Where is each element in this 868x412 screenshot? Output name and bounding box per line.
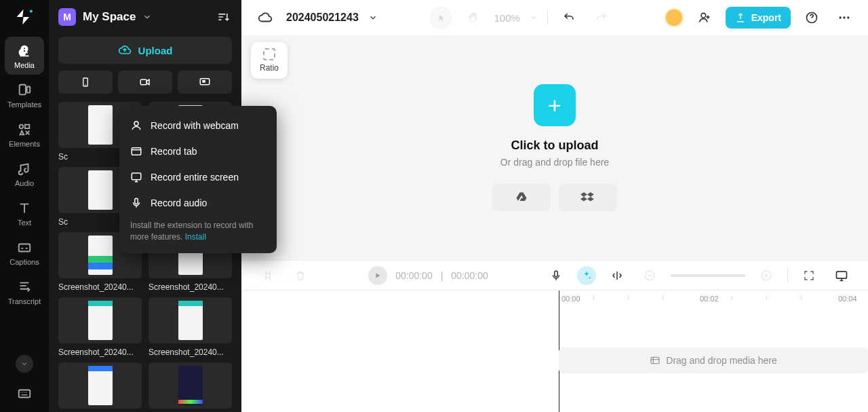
nav-text[interactable]: Text — [5, 194, 44, 232]
record-tab[interactable]: Record tab — [119, 138, 277, 164]
cursor-tool-button[interactable] — [429, 6, 452, 29]
ruler-tick: 00:02 — [700, 295, 719, 303]
record-note: Install the extension to record with mor… — [119, 216, 277, 244]
zoom-level[interactable]: 100% — [494, 12, 520, 24]
ratio-button[interactable]: Ratio — [251, 42, 288, 79]
svg-point-19 — [843, 16, 845, 18]
timecode-total: 00:00:00 — [451, 270, 488, 281]
nav-label: Elements — [9, 140, 40, 148]
record-audio[interactable]: Record audio — [119, 190, 277, 216]
media-item[interactable] — [58, 362, 142, 412]
svg-rect-9 — [140, 79, 146, 85]
hand-tool-button[interactable] — [462, 6, 485, 29]
svg-point-18 — [840, 16, 842, 18]
upload-label: Upload — [138, 45, 173, 56]
svg-rect-15 — [135, 198, 138, 204]
record-popover: Record with webcam Record tab Record ent… — [119, 106, 277, 253]
app-logo[interactable] — [10, 7, 39, 27]
zoom-slider[interactable] — [671, 274, 745, 277]
ratio-icon — [263, 48, 275, 60]
source-phone[interactable] — [58, 71, 113, 94]
fit-button[interactable] — [797, 264, 821, 287]
svg-point-20 — [847, 16, 849, 18]
svg-rect-25 — [651, 357, 659, 363]
source-dropbox[interactable] — [559, 184, 617, 211]
more-menu-button[interactable] — [833, 6, 856, 29]
canvas: Ratio + Click to upload Or drag and drop… — [241, 35, 868, 260]
svg-point-16 — [701, 13, 706, 18]
dropzone[interactable]: + Click to upload Or drag and drop file … — [492, 84, 617, 211]
svg-rect-5 — [19, 244, 31, 252]
svg-rect-21 — [555, 271, 558, 276]
zoom-out-button[interactable] — [638, 264, 661, 287]
media-item[interactable] — [149, 362, 232, 412]
svg-point-0 — [30, 10, 33, 12]
media-item[interactable]: Screenshot_20240... — [149, 297, 232, 357]
nav-audio[interactable]: Audio — [5, 155, 44, 193]
nav-captions[interactable]: Captions — [5, 233, 44, 271]
project-name[interactable]: 202405021243 — [286, 12, 359, 24]
undo-button[interactable] — [557, 6, 580, 29]
nav-transcript[interactable]: Transcript — [5, 273, 44, 311]
svg-rect-11 — [202, 80, 205, 83]
timeline-dropzone[interactable]: Drag and drop media here — [559, 348, 868, 373]
space-chevron-icon[interactable] — [142, 12, 152, 22]
mic-button[interactable] — [545, 264, 568, 287]
present-button[interactable] — [830, 264, 853, 287]
nav-more-toggle[interactable] — [16, 355, 33, 373]
ruler-tick: 00:04 — [838, 295, 857, 303]
svg-point-3 — [20, 125, 24, 129]
ruler-tick: 00:00 — [561, 295, 580, 303]
svg-rect-1 — [20, 85, 26, 95]
cloud-sync-icon[interactable] — [254, 6, 277, 29]
keyboard-shortcuts-button[interactable] — [16, 385, 33, 402]
delete-button[interactable] — [289, 264, 312, 287]
source-camera[interactable] — [118, 71, 172, 94]
help-button[interactable] — [800, 6, 823, 29]
user-avatar[interactable] — [665, 8, 684, 27]
ruler[interactable]: 00:00 00:02 00:04 00:06 — [241, 291, 868, 310]
svg-rect-2 — [27, 87, 31, 93]
svg-rect-14 — [132, 173, 141, 180]
svg-rect-13 — [132, 148, 141, 155]
source-screen[interactable] — [178, 71, 232, 94]
zoom-chevron-icon[interactable] — [530, 14, 538, 22]
svg-rect-4 — [25, 125, 29, 129]
upload-plus-button[interactable]: + — [534, 84, 576, 126]
record-screen[interactable]: Record entire screen — [119, 164, 277, 190]
nav-rail: Media Templates Elements Audio Text Capt… — [0, 0, 49, 412]
invite-button[interactable] — [693, 6, 716, 29]
media-panel: M My Space Upload Sc ... Sc — [49, 0, 241, 412]
split-button[interactable] — [256, 264, 279, 287]
export-button[interactable]: Export — [726, 7, 791, 29]
nav-label: Transcript — [8, 297, 41, 305]
source-googledrive[interactable] — [492, 184, 551, 211]
nav-label: Media — [14, 61, 35, 69]
record-webcam[interactable]: Record with webcam — [119, 113, 277, 138]
dropzone-subtitle: Or drag and drop file here — [500, 157, 609, 168]
marker-button[interactable] — [606, 264, 629, 287]
media-item[interactable]: Screenshot_20240... — [58, 297, 142, 357]
redo-button[interactable] — [590, 6, 613, 29]
nav-label: Audio — [15, 179, 34, 187]
project-chevron-icon[interactable] — [368, 13, 378, 22]
svg-rect-24 — [837, 271, 847, 278]
play-button[interactable] — [368, 266, 387, 285]
space-name[interactable]: My Space — [83, 10, 136, 24]
nav-label: Text — [18, 219, 31, 227]
zoom-in-button[interactable] — [755, 264, 778, 287]
sort-button[interactable] — [214, 8, 232, 26]
topbar: 202405021243 100% Export — [241, 0, 868, 35]
install-link[interactable]: Install — [185, 232, 206, 242]
main-area: 202405021243 100% Export Ratio + Click t… — [241, 0, 868, 412]
upload-button[interactable]: Upload — [58, 37, 232, 64]
timecode-sep: | — [441, 270, 443, 281]
nav-elements[interactable]: Elements — [5, 115, 44, 153]
ai-button[interactable] — [577, 266, 596, 285]
svg-point-12 — [134, 121, 138, 126]
nav-label: Captions — [9, 258, 39, 266]
nav-templates[interactable]: Templates — [5, 76, 44, 114]
controls-bar: 00:00:00 | 00:00:00 — [241, 260, 868, 290]
nav-media[interactable]: Media — [5, 37, 44, 75]
timeline[interactable]: 00:00 00:02 00:04 00:06 Drag and drop me… — [241, 290, 868, 412]
